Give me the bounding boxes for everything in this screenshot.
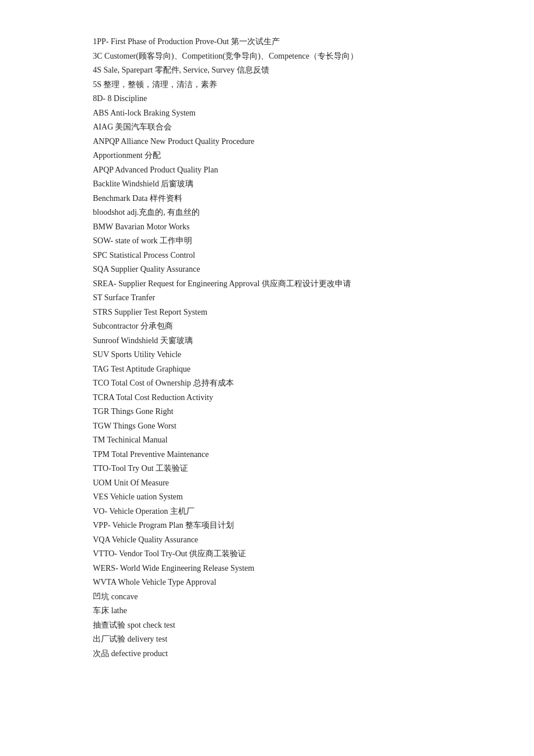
list-item: 出厂试验 delivery test — [93, 632, 488, 647]
list-item: 3C Customer(顾客导向)、Competition(竞争导向)、Comp… — [93, 49, 488, 64]
list-item: Backlite Windshield 后窗玻璃 — [93, 177, 488, 192]
list-item: 抽查试验 spot check test — [93, 618, 488, 633]
list-item: Benchmark Data 样件资料 — [93, 192, 488, 206]
list-item: SREA- Supplier Request for Engineering A… — [93, 277, 488, 291]
list-item: TTO-Tool Try Out 工装验证 — [93, 462, 488, 476]
list-item: 车床 lathe — [93, 604, 488, 618]
list-item: TPM Total Preventive Maintenance — [93, 448, 488, 462]
list-item: VES Vehicle uation System — [93, 490, 488, 505]
glossary-list: 1PP- First Phase of Production Prove-Out… — [93, 35, 488, 661]
list-item: TM Techinical Manual — [93, 433, 488, 448]
list-item: 5S 整理，整顿，清理，清洁，素养 — [93, 78, 488, 92]
list-item: WVTA Whole Vehicle Type Approval — [93, 575, 488, 590]
list-item: TAG Test Aptitude Graphique — [93, 362, 488, 377]
list-item: Subcontractor 分承包商 — [93, 319, 488, 334]
list-item: APQP Advanced Product Quality Plan — [93, 163, 488, 178]
list-item: 4S Sale, Sparepart 零配件, Service, Survey … — [93, 63, 488, 78]
list-item: VQA Vehicle Quality Assurance — [93, 533, 488, 548]
list-item: SQA Supplier Quality Assurance — [93, 262, 488, 277]
list-item: Apportionment 分配 — [93, 149, 488, 163]
list-item: SUV Sports Utility Vehicle — [93, 348, 488, 362]
list-item: WERS- World Wide Engineering Release Sys… — [93, 561, 488, 576]
list-item: 1PP- First Phase of Production Prove-Out… — [93, 35, 488, 49]
list-item: Sunroof Windshield 天窗玻璃 — [93, 334, 488, 348]
list-item: TGR Things Gone Right — [93, 405, 488, 419]
list-item: TCRA Total Cost Reduction Activity — [93, 391, 488, 405]
list-item: ABS Anti-lock Braking System — [93, 106, 488, 121]
list-item: VTTO- Vendor Tool Try-Out 供应商工装验证 — [93, 547, 488, 561]
list-item: SPC Statistical Process Control — [93, 249, 488, 263]
list-item: TGW Things Gone Worst — [93, 419, 488, 434]
list-item: 次品 defective product — [93, 647, 488, 661]
list-item: BMW Bavarian Motor Works — [93, 220, 488, 235]
list-item: UOM Unit Of Measure — [93, 476, 488, 491]
list-item: 8D- 8 Discipline — [93, 92, 488, 106]
list-item: SOW- state of work 工作申明 — [93, 234, 488, 249]
list-item: VPP- Vehicle Program Plan 整车项目计划 — [93, 519, 488, 533]
list-item: AIAG 美国汽车联合会 — [93, 120, 488, 135]
list-item: bloodshot adj.充血的, 有血丝的 — [93, 206, 488, 220]
list-item: ST Surface Tranfer — [93, 291, 488, 305]
list-item: ANPQP Alliance New Product Quality Proce… — [93, 135, 488, 149]
list-item: TCO Total Cost of Ownership 总持有成本 — [93, 376, 488, 391]
list-item: 凹坑 concave — [93, 590, 488, 604]
list-item: STRS Supplier Test Report System — [93, 305, 488, 320]
list-item: VO- Vehicle Operation 主机厂 — [93, 505, 488, 519]
